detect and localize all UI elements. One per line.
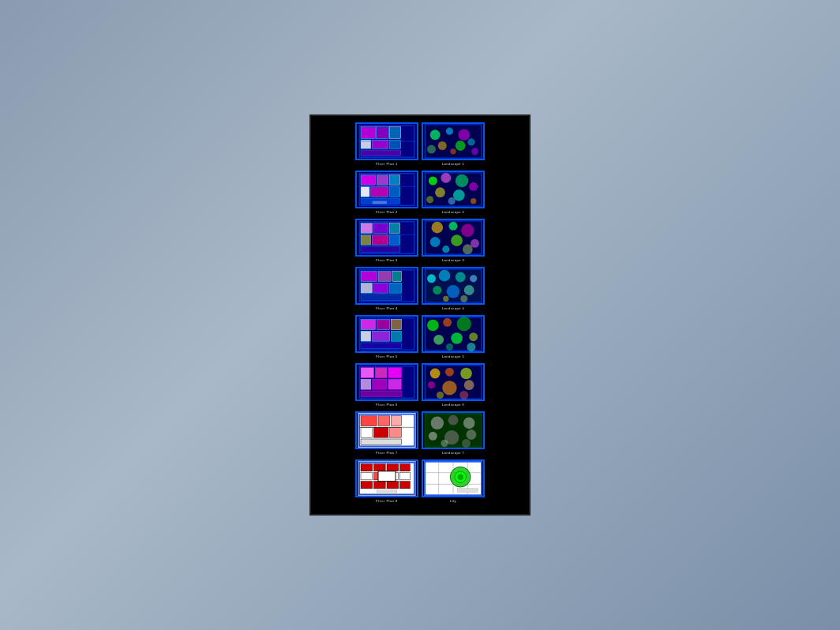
svg-rect-126 [361, 427, 373, 437]
svg-rect-110 [361, 391, 401, 396]
svg-point-34 [429, 177, 437, 186]
svg-rect-46 [374, 223, 388, 234]
svg-point-115 [460, 368, 472, 380]
svg-rect-105 [375, 368, 387, 378]
floor-plan-thumb-6[interactable] [355, 363, 418, 401]
svg-point-80 [464, 285, 474, 295]
svg-rect-28 [390, 186, 400, 197]
svg-rect-85 [361, 320, 375, 330]
svg-rect-23 [361, 175, 375, 186]
thumb-block-left-4[interactable]: Floor Plan 4 [355, 267, 418, 310]
svg-point-61 [442, 246, 449, 253]
svg-point-94 [427, 320, 439, 332]
svg-rect-68 [361, 283, 373, 293]
svg-point-166 [458, 474, 463, 480]
landscape-thumb-5[interactable] [422, 315, 485, 353]
svg-point-81 [443, 296, 448, 302]
drawing-row-6: Floor Plan 6 Landscape 6 [316, 363, 524, 407]
landscape-thumb-2[interactable] [422, 171, 485, 208]
thumb-block-right-7[interactable]: Landscape 7 [422, 411, 485, 455]
svg-rect-25 [390, 175, 400, 186]
svg-point-76 [456, 272, 466, 283]
thumb-label-3-left: Floor Plan 3 [376, 258, 398, 262]
svg-point-133 [431, 417, 444, 430]
landscape-thumb-4[interactable] [422, 267, 485, 305]
svg-rect-108 [373, 379, 387, 389]
thumb-block-right-1[interactable]: Landscape 1 [422, 122, 485, 166]
svg-point-14 [458, 129, 470, 141]
thumb-block-left-1[interactable]: Floor Plan 1 [355, 122, 418, 166]
floor-plan-thumb-3[interactable] [355, 219, 418, 257]
svg-point-117 [442, 381, 456, 395]
svg-point-13 [446, 128, 453, 135]
drawing-row-3: Floor Plan 3 Landscape 3 [316, 219, 524, 262]
floor-plan-thumb-5[interactable] [355, 315, 418, 353]
svg-point-136 [429, 432, 437, 441]
svg-rect-67 [392, 272, 401, 282]
svg-rect-69 [374, 283, 388, 293]
svg-rect-151 [361, 482, 373, 489]
svg-point-62 [463, 244, 473, 254]
svg-rect-143 [361, 464, 373, 471]
drawing-row-8: Floor Plan 8 [316, 459, 524, 503]
svg-point-36 [456, 174, 469, 188]
thumb-block-left-5[interactable]: Floor Plan 5 [355, 315, 418, 358]
svg-point-17 [467, 138, 474, 145]
svg-rect-87 [392, 320, 402, 330]
svg-point-97 [433, 335, 444, 345]
svg-point-39 [469, 182, 478, 191]
svg-point-12 [430, 129, 441, 140]
svg-rect-152 [374, 482, 386, 489]
thumb-block-left-6[interactable]: Floor Plan 6 [355, 363, 418, 407]
svg-rect-156 [377, 490, 397, 494]
svg-point-138 [467, 429, 477, 440]
svg-point-100 [446, 343, 453, 351]
svg-rect-66 [378, 272, 392, 282]
svg-point-18 [450, 148, 456, 154]
floor-plan-thumb-4[interactable] [355, 267, 418, 305]
thumb-block-right-6[interactable]: Landscape 6 [422, 363, 485, 407]
drawing-row-4: Floor Plan 4 Landscape 4 [316, 267, 524, 310]
thumb-label-2-right: Landscape 2 [442, 210, 464, 214]
thumb-block-right-4[interactable]: Landscape 4 [422, 267, 485, 310]
thumb-label-6-right: Landscape 6 [442, 403, 464, 407]
floor-plan-thumb-7[interactable] [355, 411, 418, 449]
thumb-block-right-3[interactable]: Landscape 3 [422, 219, 485, 262]
thumb-block-left-3[interactable]: Floor Plan 3 [355, 219, 418, 262]
lily-thumb[interactable] [422, 459, 485, 497]
svg-point-119 [437, 392, 444, 399]
thumb-block-left-8[interactable]: Floor Plan 8 [355, 459, 418, 503]
landscape-thumb-1[interactable] [422, 122, 485, 160]
svg-point-15 [438, 141, 447, 150]
landscape-thumb-6[interactable] [422, 363, 485, 401]
floor-plan-thumb-8[interactable] [355, 459, 418, 497]
svg-point-58 [430, 237, 441, 247]
thumb-block-right-8[interactable]: Lily [422, 459, 485, 503]
svg-point-19 [427, 145, 436, 154]
thumb-block-right-2[interactable]: Landscape 2 [422, 171, 485, 214]
drawing-row-2: Floor Plan 2 Landscape 2 [316, 171, 524, 214]
floor-plan-thumb-2[interactable] [355, 171, 418, 208]
landscape-thumb-3[interactable] [422, 219, 485, 257]
landscape-thumb-7[interactable] [422, 411, 485, 449]
thumb-block-left-7[interactable]: Floor Plan 7 [355, 411, 418, 455]
thumb-label-3-right: Landscape 3 [442, 258, 464, 262]
svg-point-116 [428, 381, 435, 388]
svg-rect-70 [390, 283, 402, 293]
svg-point-56 [449, 222, 458, 231]
svg-rect-48 [361, 234, 371, 245]
svg-point-101 [467, 343, 475, 351]
svg-rect-27 [371, 186, 388, 197]
thumb-label-4-left: Floor Plan 4 [376, 306, 398, 310]
thumb-block-left-2[interactable]: Floor Plan 2 [355, 171, 418, 214]
svg-rect-104 [361, 368, 374, 378]
floor-plan-thumb-1[interactable] [355, 122, 418, 160]
svg-rect-65 [361, 272, 377, 282]
thumb-label-7-left: Floor Plan 7 [376, 451, 398, 455]
svg-point-57 [461, 224, 474, 238]
svg-rect-8 [361, 150, 400, 156]
thumb-block-right-5[interactable]: Landscape 5 [422, 315, 485, 358]
svg-point-99 [469, 332, 478, 341]
svg-rect-147 [361, 473, 373, 480]
svg-point-20 [471, 148, 478, 155]
